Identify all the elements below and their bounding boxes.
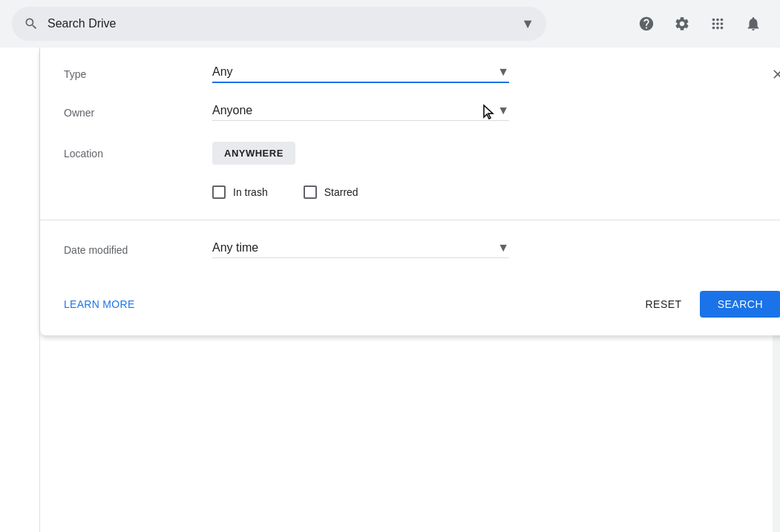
in-trash-checkbox-item[interactable]: In trash <box>212 185 268 199</box>
settings-button[interactable] <box>667 9 697 39</box>
date-control: Any time ▼ <box>212 241 509 258</box>
search-bar[interactable]: Search Drive ▼ <box>12 7 546 41</box>
panel-divider <box>40 220 780 220</box>
location-control: ANYWHERE <box>212 142 509 165</box>
starred-checkbox[interactable] <box>304 185 317 199</box>
type-select[interactable]: Any ▼ <box>212 65 509 83</box>
help-button[interactable] <box>632 9 661 39</box>
main-content: Type Any ▼ Owner Anyone ▼ <box>40 47 780 532</box>
owner-value: Anyone <box>212 104 497 117</box>
type-control: Any ▼ <box>212 65 509 83</box>
date-row: Date modified Any time ▼ <box>64 241 780 258</box>
owner-control: Anyone ▼ <box>212 104 509 121</box>
location-row: Location ANYWHERE <box>64 142 780 165</box>
owner-dropdown-arrow-icon[interactable]: ▼ <box>497 104 509 117</box>
date-dropdown-arrow-icon[interactable]: ▼ <box>497 241 509 254</box>
apps-button[interactable] <box>703 9 733 39</box>
owner-row: Owner Anyone ▼ <box>64 104 780 121</box>
date-section: Date modified Any time ▼ <box>40 241 780 258</box>
learn-more-link[interactable]: LEARN MORE <box>64 298 135 310</box>
header-right <box>632 9 768 39</box>
left-sidebar <box>0 47 40 532</box>
type-label: Type <box>64 68 212 80</box>
search-dropdown-arrow-icon[interactable]: ▼ <box>521 16 534 32</box>
checkboxes-wrap: In trash Starred <box>212 185 509 199</box>
search-panel: Type Any ▼ Owner Anyone ▼ <box>40 47 780 335</box>
in-trash-checkbox[interactable] <box>212 185 226 199</box>
date-value: Any time <box>212 241 497 254</box>
reset-button[interactable]: RESET <box>633 291 693 318</box>
date-modified-label: Date modified <box>64 244 212 256</box>
checkboxes-row: In trash Starred <box>64 185 780 199</box>
date-select[interactable]: Any time ▼ <box>212 241 509 258</box>
panel-footer: LEARN MORE RESET SEARCH <box>40 279 780 335</box>
footer-actions: RESET SEARCH <box>633 291 780 318</box>
owner-label: Owner <box>64 107 212 119</box>
type-row: Type Any ▼ <box>64 65 780 83</box>
search-icon <box>24 16 39 31</box>
notifications-button[interactable] <box>738 9 768 39</box>
checkbox-group: In trash Starred <box>212 185 509 199</box>
type-dropdown-arrow-icon[interactable]: ▼ <box>497 65 509 79</box>
type-value: Any <box>212 65 497 79</box>
panel-body: Type Any ▼ Owner Anyone ▼ <box>40 47 780 199</box>
anywhere-button[interactable]: ANYWHERE <box>212 142 295 165</box>
search-button[interactable]: SEARCH <box>700 291 780 318</box>
starred-label: Starred <box>324 186 358 198</box>
starred-checkbox-item[interactable]: Starred <box>304 185 358 199</box>
location-label: Location <box>64 148 212 160</box>
app-header: Search Drive ▼ <box>0 0 780 47</box>
owner-select[interactable]: Anyone ▼ <box>212 104 509 121</box>
search-input-text[interactable]: Search Drive <box>47 17 515 30</box>
in-trash-label: In trash <box>233 186 268 198</box>
